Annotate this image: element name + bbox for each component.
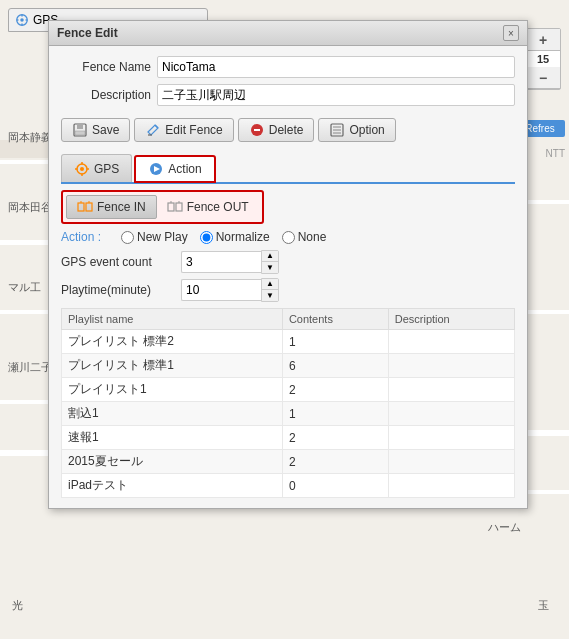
subtab-fence-in-label: Fence IN <box>97 200 146 214</box>
tab-action-label: Action <box>168 162 201 176</box>
fence-name-row: Fence Name <box>61 56 515 78</box>
save-icon <box>72 122 88 138</box>
save-button-label: Save <box>92 123 119 137</box>
action-row: Action : New Play Normalize None <box>61 230 515 244</box>
cell-contents: 1 <box>282 402 388 426</box>
gps-count-up-button[interactable]: ▲ <box>262 251 278 262</box>
zoom-out-button[interactable]: − <box>526 67 560 89</box>
radio-none-input[interactable] <box>282 231 295 244</box>
edit-fence-button[interactable]: Edit Fence <box>134 118 233 142</box>
fence-out-icon <box>167 199 183 215</box>
col-playlist-name: Playlist name <box>62 309 283 330</box>
map-label-okamoto-taya: 岡本田谷 <box>8 200 52 215</box>
cell-playlist-name: プレイリスト 標準1 <box>62 354 283 378</box>
cell-playlist-name: プレイリスト1 <box>62 378 283 402</box>
col-description: Description <box>388 309 514 330</box>
svg-rect-29 <box>176 203 182 211</box>
gps-count-spinner: ▲ ▼ <box>261 250 279 274</box>
radio-new-play-input[interactable] <box>121 231 134 244</box>
cell-contents: 1 <box>282 330 388 354</box>
delete-button-label: Delete <box>269 123 304 137</box>
cell-contents: 2 <box>282 450 388 474</box>
fence-name-label: Fence Name <box>61 60 151 74</box>
tab-gps[interactable]: GPS <box>61 154 132 182</box>
col-contents: Contents <box>282 309 388 330</box>
subtab-fence-out-label: Fence OUT <box>187 200 249 214</box>
playtime-row: Playtime(minute) ▲ ▼ <box>61 278 515 302</box>
zoom-control: + 15 − <box>525 28 561 90</box>
cell-description <box>388 450 514 474</box>
map-label-hikari: 光 <box>12 598 23 613</box>
table-row[interactable]: 2015夏セール 2 <box>62 450 515 474</box>
cell-description <box>388 330 514 354</box>
table-row[interactable]: 速報1 2 <box>62 426 515 450</box>
playtime-input[interactable] <box>181 279 261 301</box>
fence-name-input[interactable] <box>157 56 515 78</box>
cell-description <box>388 402 514 426</box>
delete-button[interactable]: Delete <box>238 118 315 142</box>
playlist-table: Playlist name Contents Description プレイリス… <box>61 308 515 498</box>
ntt-label: NTT <box>546 148 565 159</box>
tab-action[interactable]: Action <box>134 155 215 183</box>
map-label-tama: 玉 <box>538 598 549 613</box>
option-button[interactable]: Option <box>318 118 395 142</box>
radio-new-play[interactable]: New Play <box>121 230 188 244</box>
cell-playlist-name: プレイリスト 標準2 <box>62 330 283 354</box>
action-tab-icon <box>148 161 164 177</box>
gps-event-count-input[interactable] <box>181 251 261 273</box>
radio-normalize-input[interactable] <box>200 231 213 244</box>
svg-rect-25 <box>86 203 92 211</box>
svg-rect-24 <box>78 203 84 211</box>
zoom-in-button[interactable]: + <box>526 29 560 51</box>
playlist-table-body: プレイリスト 標準2 1 プレイリスト 標準1 6 プレイリスト1 2 割込1 … <box>62 330 515 498</box>
svg-point-17 <box>80 167 84 171</box>
radio-none[interactable]: None <box>282 230 327 244</box>
gps-icon <box>15 13 29 27</box>
table-row[interactable]: プレイリスト 標準1 6 <box>62 354 515 378</box>
dialog-toolbar: Save Edit Fence Delete <box>61 114 515 146</box>
action-radio-group: New Play Normalize None <box>121 230 326 244</box>
dialog-close-button[interactable]: × <box>503 25 519 41</box>
map-label-harm: ハーム <box>488 520 521 535</box>
radio-normalize[interactable]: Normalize <box>200 230 270 244</box>
playtime-down-button[interactable]: ▼ <box>262 290 278 301</box>
subtab-fence-in[interactable]: Fence IN <box>66 195 157 219</box>
map-label-segawa: 瀬川二子 <box>8 360 52 375</box>
main-tabs: GPS Action <box>61 154 515 184</box>
map-label-okamoto-shiyo: 岡本静義 <box>8 130 52 145</box>
cell-playlist-name: 割込1 <box>62 402 283 426</box>
svg-rect-8 <box>75 131 85 135</box>
gps-event-count-input-wrap: ▲ ▼ <box>181 250 279 274</box>
table-row[interactable]: 割込1 1 <box>62 402 515 426</box>
gps-count-down-button[interactable]: ▼ <box>262 262 278 273</box>
dialog-titlebar: Fence Edit × <box>49 21 527 46</box>
table-row[interactable]: プレイリスト1 2 <box>62 378 515 402</box>
cell-contents: 6 <box>282 354 388 378</box>
playtime-up-button[interactable]: ▲ <box>262 279 278 290</box>
cell-contents: 2 <box>282 378 388 402</box>
cell-contents: 2 <box>282 426 388 450</box>
save-button[interactable]: Save <box>61 118 130 142</box>
zoom-level-display: 15 <box>526 51 560 67</box>
cell-description <box>388 354 514 378</box>
subtab-fence-out[interactable]: Fence OUT <box>157 195 259 219</box>
dialog-title-text: Fence Edit <box>57 26 118 40</box>
playtime-input-wrap: ▲ ▼ <box>181 278 279 302</box>
option-button-label: Option <box>349 123 384 137</box>
description-input[interactable] <box>157 84 515 106</box>
subtabs-container: Fence IN Fence OUT <box>61 190 264 224</box>
gps-event-count-row: GPS event count ▲ ▼ <box>61 250 515 274</box>
cell-description <box>388 378 514 402</box>
description-row: Description <box>61 84 515 106</box>
delete-icon <box>249 122 265 138</box>
playtime-spinner: ▲ ▼ <box>261 278 279 302</box>
table-row[interactable]: プレイリスト 標準2 1 <box>62 330 515 354</box>
svg-rect-28 <box>168 203 174 211</box>
cell-playlist-name: iPadテスト <box>62 474 283 498</box>
gps-event-count-label: GPS event count <box>61 255 181 269</box>
edit-fence-button-label: Edit Fence <box>165 123 222 137</box>
radio-none-label: None <box>298 230 327 244</box>
table-row[interactable]: iPadテスト 0 <box>62 474 515 498</box>
radio-normalize-label: Normalize <box>216 230 270 244</box>
cell-playlist-name: 2015夏セール <box>62 450 283 474</box>
